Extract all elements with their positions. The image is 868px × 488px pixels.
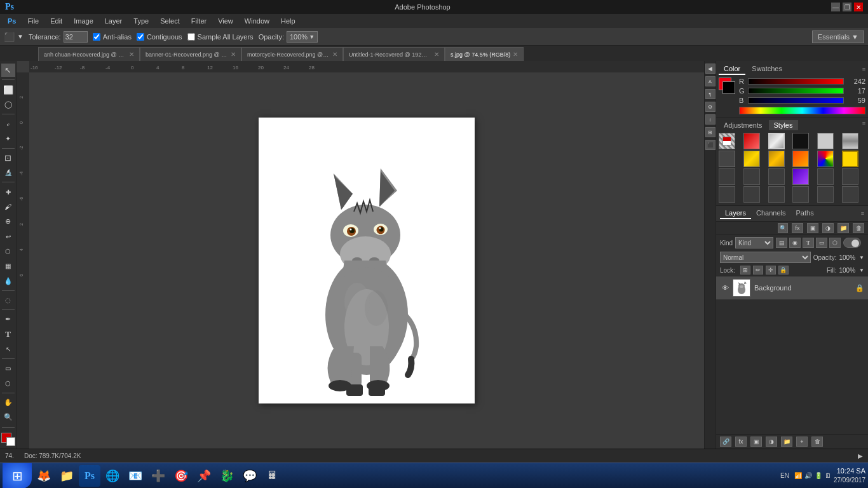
filter-smart[interactable]: ⬡: [829, 238, 841, 248]
filter-adj[interactable]: ◉: [789, 238, 801, 248]
antialias-checkbox[interactable]: [93, 33, 100, 41]
tool-history[interactable]: ↩: [1, 229, 15, 243]
lock-all[interactable]: 🔒: [778, 266, 789, 274]
tab-3-close[interactable]: ✕: [434, 51, 439, 58]
panel-btn-1[interactable]: A: [705, 76, 715, 86]
tool-crop[interactable]: ⊡: [1, 151, 15, 165]
lock-image[interactable]: ✏: [753, 266, 763, 274]
tab-adjustments[interactable]: Adjustments: [719, 120, 768, 130]
filter-toggle[interactable]: [843, 238, 861, 248]
panel-btn-4[interactable]: ↕: [705, 114, 715, 125]
layer-adj-btn[interactable]: ◑: [766, 437, 777, 447]
b-slider[interactable]: [748, 97, 844, 104]
tab-1-close[interactable]: ✕: [231, 51, 236, 58]
style-colorful[interactable]: [817, 151, 834, 167]
adj-panel-expand[interactable]: ≡: [862, 120, 865, 130]
tool-healing[interactable]: ✚: [1, 185, 15, 198]
style-gold-2[interactable]: [768, 151, 785, 167]
taskbar-skype[interactable]: 💬: [239, 465, 261, 487]
tool-move[interactable]: ↖: [1, 64, 15, 77]
tolerance-input[interactable]: [64, 31, 88, 43]
style-gold[interactable]: [743, 151, 760, 167]
background-color[interactable]: [6, 437, 15, 446]
layer-visibility-eye[interactable]: 👁: [720, 283, 730, 293]
lock-transparent[interactable]: ⊞: [740, 266, 750, 274]
close-button[interactable]: ✕: [854, 3, 863, 11]
taskbar-calc[interactable]: 🖩: [262, 465, 283, 487]
tool-eyedropper[interactable]: 🔬: [1, 166, 15, 179]
tab-color[interactable]: Color: [719, 64, 745, 75]
blend-mode-select[interactable]: Normal: [720, 252, 811, 263]
layer-item-background[interactable]: 👁 Background 🔒: [716, 276, 868, 300]
panel-btn-5[interactable]: ⊞: [705, 127, 715, 137]
tool-gradient[interactable]: ▦: [1, 259, 15, 273]
layer-fx-icon[interactable]: fx: [792, 223, 803, 233]
essentials-button[interactable]: Essentials ▼: [812, 30, 864, 43]
style-empty-9[interactable]: [792, 186, 809, 203]
style-dark-gray[interactable]: [719, 151, 735, 167]
style-empty-6[interactable]: [719, 186, 735, 203]
tool-dodge[interactable]: ◌: [1, 294, 15, 307]
tab-2-close[interactable]: ✕: [332, 51, 337, 58]
layer-filter-icon[interactable]: 🔍: [778, 223, 788, 233]
layer-delete-icon[interactable]: 🗑: [853, 223, 864, 233]
g-slider[interactable]: [748, 88, 844, 94]
layer-adj-icon[interactable]: ◑: [822, 223, 834, 233]
style-none[interactable]: [719, 133, 735, 149]
style-white-grey[interactable]: [817, 133, 834, 149]
tool-path-select[interactable]: ↖: [1, 342, 15, 356]
taskbar-app4[interactable]: 📧: [125, 465, 146, 487]
tool-marquee-rect[interactable]: ⬜: [1, 83, 15, 96]
tool-preset-arrow[interactable]: ▼: [17, 33, 24, 40]
tool-magic-wand[interactable]: ✦: [1, 132, 15, 145]
tab-layers[interactable]: Layers: [720, 208, 751, 219]
tool-lasso[interactable]: 𝒸: [1, 117, 15, 130]
kind-select[interactable]: Kind: [735, 237, 773, 248]
background-swatch[interactable]: [722, 81, 735, 94]
tool-brush[interactable]: 🖌: [1, 200, 15, 214]
tab-swatches[interactable]: Swatches: [747, 64, 787, 75]
style-red[interactable]: [743, 133, 760, 149]
color-spectrum[interactable]: [739, 107, 865, 114]
opacity-value[interactable]: 100% ▼: [287, 31, 318, 43]
taskbar-firefox[interactable]: 🦊: [33, 465, 55, 487]
tab-4[interactable]: s.jpg @ 74.5% (RGB/8) ✕: [445, 47, 524, 61]
layer-delete-btn[interactable]: 🗑: [811, 437, 823, 447]
tab-4-close[interactable]: ✕: [513, 51, 518, 58]
menu-help[interactable]: Help: [276, 16, 301, 26]
menu-file[interactable]: File: [22, 16, 44, 26]
sample-all-checkbox[interactable]: [187, 33, 195, 41]
taskbar-app6[interactable]: 🎯: [170, 465, 192, 487]
minimize-button[interactable]: —: [831, 3, 840, 11]
style-metal[interactable]: [768, 133, 785, 149]
panel-btn-3[interactable]: ⚙: [705, 102, 715, 112]
start-button[interactable]: ⊞: [3, 463, 32, 489]
r-slider[interactable]: [748, 78, 844, 85]
tool-eraser[interactable]: ⬡: [1, 245, 15, 258]
lock-position[interactable]: ✛: [766, 266, 776, 274]
tool-3d[interactable]: ⬡: [1, 377, 15, 390]
style-empty-5[interactable]: [842, 168, 858, 185]
tool-zoom[interactable]: 🔍: [1, 410, 15, 424]
panel-btn-2[interactable]: ¶: [705, 89, 715, 99]
menu-layer[interactable]: Layer: [100, 16, 128, 26]
menu-type[interactable]: Type: [128, 16, 154, 26]
tool-blur[interactable]: 💧: [1, 274, 15, 288]
opacity-arrow[interactable]: ▼: [859, 255, 864, 261]
layer-link-btn[interactable]: 🔗: [720, 437, 731, 447]
contiguous-checkbox[interactable]: [137, 33, 144, 41]
tool-clone[interactable]: ⊕: [1, 215, 15, 228]
style-empty-8[interactable]: [768, 186, 785, 203]
style-fire[interactable]: [792, 151, 809, 167]
fill-arrow[interactable]: ▼: [859, 268, 864, 273]
panel-btn-6[interactable]: ⬛: [705, 140, 715, 150]
tab-styles[interactable]: Styles: [769, 120, 798, 130]
filter-shape[interactable]: ▭: [816, 238, 827, 248]
menu-edit[interactable]: Edit: [45, 16, 67, 26]
tool-shape-rect[interactable]: ▭: [1, 362, 15, 375]
taskbar-chrome[interactable]: 🌐: [102, 465, 123, 487]
layer-mask-icon[interactable]: ▣: [807, 223, 818, 233]
taskbar-explorer[interactable]: 📁: [56, 465, 78, 487]
menu-filter[interactable]: Filter: [186, 16, 212, 26]
style-empty-1[interactable]: [719, 168, 735, 185]
